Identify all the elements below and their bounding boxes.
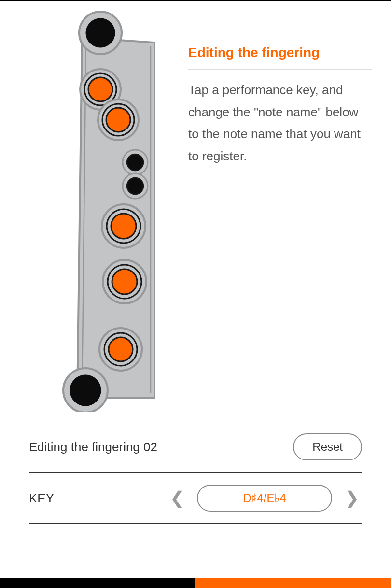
key-top-thumb[interactable] [79, 12, 122, 54]
fingering-label: Editing the fingering 02 [29, 440, 157, 455]
key-3[interactable] [102, 204, 145, 248]
key-row: KEY ❮ D♯4/E♭4 ❯ [29, 472, 362, 524]
key-value-button[interactable]: D♯4/E♭4 [197, 485, 332, 512]
key-5[interactable] [99, 328, 142, 371]
svg-point-11 [127, 154, 143, 171]
key-next-button[interactable]: ❯ [342, 488, 362, 508]
key-prev-button[interactable]: ❮ [167, 488, 187, 508]
info-panel: Editing the fingering Tap a performance … [188, 11, 372, 402]
bottom-accent [196, 578, 391, 588]
key-4[interactable] [103, 260, 146, 303]
svg-point-6 [88, 77, 112, 101]
svg-point-24 [70, 375, 100, 405]
key-select-group: ❮ D♯4/E♭4 ❯ [167, 485, 362, 512]
svg-point-16 [111, 214, 136, 239]
fingering-row: Editing the fingering 02 Reset [29, 422, 362, 472]
reset-button[interactable]: Reset [293, 433, 362, 460]
instrument-diagram [19, 11, 164, 402]
key-bottom-thumb[interactable] [63, 368, 108, 412]
svg-point-19 [112, 269, 137, 294]
controls-section: Editing the fingering 02 Reset KEY ❮ D♯4… [0, 417, 391, 524]
key-2[interactable] [98, 100, 139, 140]
recorder-svg [19, 11, 164, 412]
svg-point-9 [106, 108, 130, 132]
key-side-small-2[interactable] [123, 173, 148, 199]
svg-point-22 [109, 337, 133, 361]
info-description: Tap a performance key, and change the "n… [188, 79, 372, 167]
info-title: Editing the fingering [188, 45, 372, 70]
svg-point-3 [86, 19, 114, 47]
svg-point-13 [127, 178, 143, 194]
key-label: KEY [29, 491, 54, 506]
key-side-small-1[interactable] [123, 150, 148, 175]
